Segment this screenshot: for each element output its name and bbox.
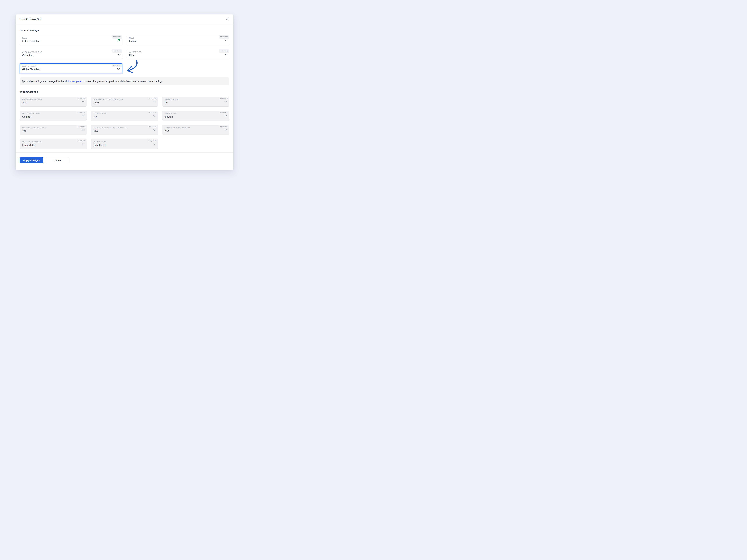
field-label: FILTER DISPLAY MODE <box>22 141 80 143</box>
field-value: Collection <box>22 54 115 57</box>
required-badge: REQUIRED <box>111 64 122 67</box>
general-row-2: REQUIRED OPTION SETS SOURCE Collection R… <box>20 49 229 59</box>
chevron-down-icon <box>153 129 156 131</box>
field-label: SHOW PERSONAL FILTER BAR <box>165 127 223 129</box>
widget-row-1: REQUIRED NUMBER OF COLUMNS Auto REQUIRED… <box>20 97 229 107</box>
field-value: Compact <box>22 115 80 118</box>
chevron-down-icon <box>225 54 227 55</box>
filter-display-mode-field[interactable]: REQUIRED FILTER DISPLAY MODE Expandable <box>20 139 87 149</box>
name-field[interactable]: REQUIRED NAME Fabric Selection <box>20 35 123 45</box>
chevron-down-icon <box>82 115 84 117</box>
chevron-down-icon <box>82 129 84 131</box>
chevron-down-icon <box>153 143 156 145</box>
required-badge: REQUIRED <box>219 111 229 114</box>
widget-type-field[interactable]: REQUIRED WIDGET TYPE Filter <box>127 49 230 59</box>
chevron-down-icon <box>82 101 84 103</box>
field-label: FILTER WIDGET TYPE <box>22 113 80 114</box>
chevron-down-icon <box>118 54 120 55</box>
chevron-down-icon <box>153 101 156 103</box>
global-template-link[interactable]: Global Template <box>65 80 81 83</box>
cancel-button[interactable]: Cancel <box>46 157 69 163</box>
show-thumbnails-search-field[interactable]: REQUIRED SHOW THUMBNAILS SEARCH Yes <box>20 125 87 135</box>
required-badge: REQUIRED <box>112 35 122 38</box>
field-value: Auto <box>22 101 80 104</box>
chevron-down-icon <box>225 39 227 41</box>
apply-changes-button[interactable]: Apply changes <box>20 157 43 163</box>
default-state-field[interactable]: REQUIRED DEFAULT STATE First Open <box>91 139 158 149</box>
field-value: Linked <box>129 40 223 43</box>
field-value: First Open <box>94 144 151 146</box>
filter-widget-type-field[interactable]: REQUIRED FILTER WIDGET TYPE Compact <box>20 111 87 121</box>
field-label: SHOW CAPTION <box>165 99 223 100</box>
required-badge: REQUIRED <box>148 139 158 142</box>
modal-header: Edit Option Set <box>16 14 233 24</box>
modal-title: Edit Option Set <box>20 18 42 21</box>
general-row-3-spacer <box>127 63 230 74</box>
banner-text: Widget settings are managed by the Globa… <box>26 80 163 83</box>
general-row-1: REQUIRED NAME Fabric Selection REQUIRED … <box>20 35 229 45</box>
widget-row-4: REQUIRED FILTER DISPLAY MODE Expandable … <box>20 139 229 149</box>
show-caption-field[interactable]: REQUIRED SHOW CAPTION No <box>162 97 229 107</box>
number-of-columns-mobile-field[interactable]: REQUIRED NUMBER OF COLUMNS ON MOBILE Aut… <box>91 97 158 107</box>
chevron-down-icon <box>82 143 84 145</box>
widget-source-field[interactable]: REQUIRED WIDGET SOURCE Global Template <box>20 63 123 74</box>
chevron-down-icon <box>153 115 156 117</box>
required-badge: REQUIRED <box>148 97 158 100</box>
field-value: Global Template <box>22 68 115 71</box>
chevron-down-icon <box>117 68 120 70</box>
modal-footer: Apply changes Cancel <box>16 153 233 170</box>
show-personal-filter-bar-field[interactable]: REQUIRED SHOW PERSONAL FILTER BAR Yes <box>162 125 229 135</box>
field-value: No <box>165 101 223 104</box>
field-label: SHOW KEYLINE <box>94 113 151 114</box>
field-label: WIDGET TYPE <box>129 51 223 53</box>
field-value: Yes <box>94 130 151 132</box>
field-value: No <box>94 115 151 118</box>
required-badge: REQUIRED <box>219 125 229 128</box>
field-label: WIDGET SOURCE <box>22 65 115 67</box>
required-badge: REQUIRED <box>148 125 158 128</box>
required-badge: REQUIRED <box>148 111 158 114</box>
banner-text-before: Widget settings are managed by the <box>26 80 65 83</box>
field-label: IMAGE STYLE <box>165 113 223 114</box>
chevron-down-icon <box>225 101 227 103</box>
field-label: MODE <box>129 37 223 39</box>
show-keyline-field[interactable]: REQUIRED SHOW KEYLINE No <box>91 111 158 121</box>
field-label: SHOW SEARCH FIELD IN FILTER MODAL <box>94 127 151 129</box>
general-row-3: REQUIRED WIDGET SOURCE Global Template <box>20 63 229 74</box>
widget-row-4-spacer <box>162 139 229 149</box>
chevron-down-icon <box>225 129 227 131</box>
required-badge: REQUIRED <box>76 111 86 114</box>
required-badge: REQUIRED <box>219 97 229 100</box>
field-label: SHOW THUMBNAILS SEARCH <box>22 127 80 129</box>
widget-settings-heading: Widget Settings <box>20 90 229 93</box>
field-value: Expandable <box>22 144 80 146</box>
general-settings-heading: General Settings <box>20 29 229 32</box>
option-sets-source-field[interactable]: REQUIRED OPTION SETS SOURCE Collection <box>20 49 123 59</box>
info-banner: Widget settings are managed by the Globa… <box>20 77 229 85</box>
edit-option-set-modal: Edit Option Set General Settings REQUIRE… <box>16 14 233 170</box>
required-badge: REQUIRED <box>112 50 122 53</box>
field-value: Yes <box>165 130 223 132</box>
chevron-down-icon <box>225 115 227 117</box>
close-icon <box>226 18 229 21</box>
image-style-field[interactable]: REQUIRED IMAGE STYLE Square <box>162 111 229 121</box>
show-search-field-modal-field[interactable]: REQUIRED SHOW SEARCH FIELD IN FILTER MOD… <box>91 125 158 135</box>
required-badge: REQUIRED <box>76 97 86 100</box>
required-badge: REQUIRED <box>76 139 86 142</box>
close-button[interactable] <box>225 17 229 21</box>
field-value: Square <box>165 115 223 118</box>
required-badge: REQUIRED <box>219 50 229 53</box>
field-value: Filter <box>129 54 223 57</box>
info-icon <box>22 80 25 83</box>
field-value: Auto <box>94 101 151 104</box>
field-label: NUMBER OF COLUMNS ON MOBILE <box>94 99 151 100</box>
modal-body: General Settings REQUIRED NAME Fabric Se… <box>16 24 233 153</box>
mode-field[interactable]: REQUIRED MODE Linked <box>127 35 230 45</box>
widget-row-2: REQUIRED FILTER WIDGET TYPE Compact REQU… <box>20 111 229 121</box>
required-badge: REQUIRED <box>219 35 229 38</box>
field-label: DEFAULT STATE <box>94 141 151 143</box>
field-value: Fabric Selection <box>22 40 115 43</box>
field-label: NUMBER OF COLUMNS <box>22 99 80 100</box>
number-of-columns-field[interactable]: REQUIRED NUMBER OF COLUMNS Auto <box>20 97 87 107</box>
banner-text-after: . To make changes for this product, swit… <box>81 80 163 83</box>
